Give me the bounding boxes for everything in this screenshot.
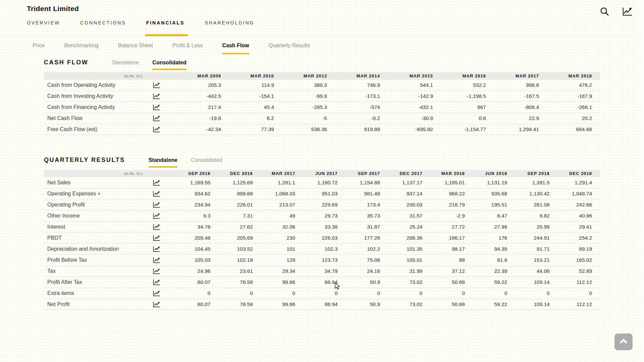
toggle-consolidated[interactable]: Consolidated	[152, 60, 186, 70]
table-row-other-income: Other Income9.37.314929.7335.7331.57-2.9…	[44, 210, 600, 222]
cell-value: 88.94	[295, 301, 337, 307]
cell-value: 0	[210, 290, 253, 296]
cell-value: 544.1	[380, 82, 433, 88]
cell-value: 88.94	[295, 279, 337, 285]
cell-value: -1,198.5	[433, 93, 486, 99]
line-chart-icon[interactable]	[622, 6, 633, 17]
cell-value: 0	[465, 290, 507, 296]
cell-value: 937.14	[380, 191, 422, 197]
cell-value: 195.51	[465, 202, 507, 208]
table-row-net-profit: Net Profit80.0778.5899.6688.9450.973.025…	[44, 299, 600, 310]
line-chart-icon[interactable]	[145, 235, 168, 241]
cell-value: 102.18	[210, 257, 253, 263]
column-header-jun-2017: JUN 2017	[295, 171, 337, 176]
line-chart-icon[interactable]	[145, 82, 168, 88]
sub-tab-cash-flow[interactable]: Cash Flow	[222, 43, 249, 54]
cell-value: 205.3	[168, 82, 221, 88]
main-tab-shareholding[interactable]: SHAREHOLDING	[205, 20, 254, 25]
cell-value: 35.73	[338, 213, 380, 219]
line-chart-icon[interactable]	[145, 301, 168, 308]
cell-value: 31.87	[338, 224, 380, 230]
scroll-to-top-button[interactable]	[614, 334, 633, 350]
cell-value: 59.22	[465, 279, 507, 285]
line-chart-icon[interactable]	[145, 201, 168, 208]
cell-value: 29.34	[253, 268, 295, 274]
page-title: Trident Limited	[27, 5, 644, 13]
table-row-cash-from-operating-activity: Cash from Operating Activity205.3114.938…	[44, 80, 600, 91]
column-header-sep-2018: SEP 2018	[507, 171, 549, 176]
cell-value: 9.82	[507, 213, 549, 219]
sub-tab-balance-sheet[interactable]: Balance Sheet	[118, 43, 153, 53]
sub-tab-quarterly-results[interactable]: Quarterly Results	[269, 43, 310, 53]
cell-value: 935.68	[465, 191, 507, 197]
cell-value: 22.39	[465, 268, 507, 274]
cell-value: 109.14	[507, 301, 549, 307]
cell-value: -432.1	[380, 104, 433, 110]
line-chart-icon[interactable]	[145, 93, 168, 100]
sub-tab-price[interactable]: Price	[33, 43, 45, 53]
row-label: Net Sales	[44, 180, 145, 186]
cell-value: 24.16	[338, 268, 380, 274]
cell-value: 27.62	[210, 224, 253, 230]
cell-value: 9.3	[168, 213, 210, 219]
cell-value: 73.02	[380, 301, 422, 307]
line-chart-icon[interactable]	[145, 179, 168, 186]
line-chart-icon[interactable]	[145, 126, 168, 133]
cell-value: 25.99	[507, 224, 549, 230]
toggle-standalone[interactable]: Standalone	[149, 157, 177, 168]
table-row-depreciation-and-amortization: Depreciation and Amortization104.45103.5…	[44, 244, 600, 255]
column-header-mar-2017: MAR 2017	[486, 73, 539, 78]
column-header-mar-2014: MAR 2014	[327, 73, 380, 78]
cell-value: 1,130.42	[507, 191, 549, 197]
line-chart-icon[interactable]	[145, 104, 168, 111]
line-chart-icon[interactable]	[145, 290, 168, 297]
cell-value: 37.12	[422, 268, 465, 274]
cell-value: -42.34	[168, 126, 221, 132]
cell-value: 229.69	[295, 202, 337, 208]
cell-value: 40.96	[550, 213, 592, 219]
row-label: Operating Profit	[44, 202, 145, 208]
cell-value: 102.2	[338, 246, 380, 252]
table-header-row: (in Rs. Cr.)MAR 2009MAR 2010MAR 2013MAR …	[44, 72, 600, 80]
toggle-standalone[interactable]: Standalone	[112, 60, 139, 69]
table-row-interest: Interest34.7627.6232.0633.3831.8725.2427…	[44, 222, 600, 233]
main-tab-overview[interactable]: OVERVIEW	[27, 20, 60, 25]
line-chart-icon[interactable]	[145, 257, 168, 263]
row-label: Depreciation and Amortization	[44, 246, 145, 252]
table-row-cash-from-financing-activity: Cash from Financing Activity217.445.4-28…	[44, 102, 600, 113]
main-tab-connections[interactable]: CONNECTIONS	[80, 20, 126, 25]
row-label: Free Cash Flow (est)	[44, 126, 145, 132]
line-chart-icon[interactable]	[145, 279, 168, 286]
cell-value: -167.5	[486, 93, 539, 99]
table-row-cash-from-investing-activity: Cash from Investing Activity-442.5-154.1…	[44, 91, 600, 102]
cell-value: 81.6	[465, 257, 507, 263]
toggle-consolidated[interactable]: Consolidated	[191, 157, 222, 166]
line-chart-icon[interactable]	[145, 115, 168, 122]
line-chart-icon[interactable]	[145, 268, 168, 275]
main-tab-financials[interactable]: FINANCIALS	[146, 20, 185, 25]
cell-value: -30.9	[380, 115, 433, 121]
cell-value: 88	[422, 257, 465, 263]
cell-value: 200.03	[380, 202, 422, 208]
cell-value: 177.26	[338, 235, 380, 241]
cell-value: 0	[550, 290, 592, 296]
cash-flow-section: CASH FLOW StandaloneConsolidated (in Rs.…	[44, 59, 600, 135]
unit-label: (in Rs. Cr.)	[44, 172, 145, 176]
column-header-mar-2009: MAR 2009	[168, 73, 221, 78]
cell-value: 34.79	[295, 268, 337, 274]
column-header-dec-2018: DEC 2018	[550, 171, 592, 176]
sub-tab-benchmarking[interactable]: Benchmarking	[64, 43, 98, 53]
line-chart-icon[interactable]	[145, 190, 168, 197]
cell-value: 91.71	[507, 246, 549, 252]
cell-value: 998.8	[486, 82, 539, 88]
cell-value: 34.76	[168, 224, 210, 230]
line-chart-icon[interactable]	[145, 246, 168, 252]
line-chart-icon[interactable]	[145, 224, 168, 230]
cell-value: 101.35	[380, 246, 422, 252]
cell-value: 1,281.1	[253, 180, 295, 186]
cell-value: 80.07	[168, 301, 210, 307]
sub-tab-profit-loss[interactable]: Profit & Loss	[172, 43, 203, 53]
cell-value: 109.14	[507, 279, 549, 285]
line-chart-icon[interactable]	[145, 213, 168, 219]
search-icon[interactable]	[599, 6, 610, 17]
